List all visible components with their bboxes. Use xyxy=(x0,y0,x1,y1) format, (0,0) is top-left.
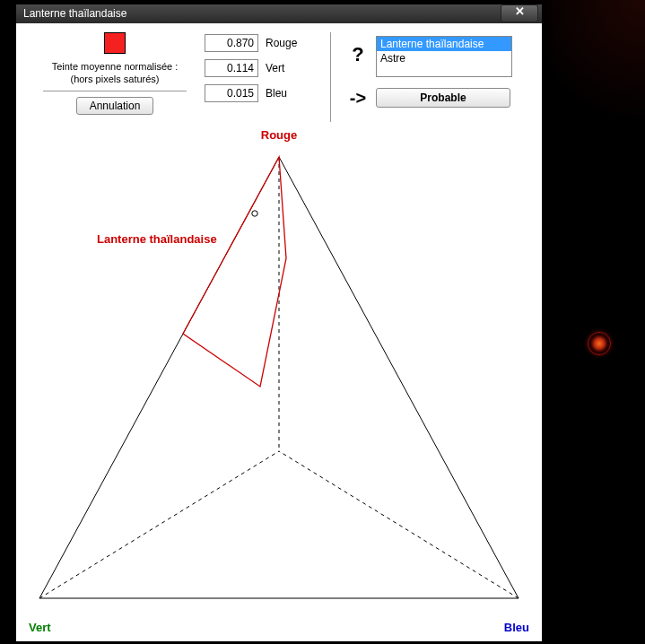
rgb-column: Rouge Vert Bleu xyxy=(205,32,321,125)
swatch-column: Teinte moyenne normalisée : (hors pixels… xyxy=(25,32,205,125)
classification-row: ? Lanterne thaïlandaise Astre xyxy=(340,36,533,77)
region-polygon xyxy=(183,157,286,387)
r-label: Rouge xyxy=(266,37,297,49)
median-left xyxy=(39,451,279,598)
median-right xyxy=(279,451,519,598)
axis-label-rouge: Rouge xyxy=(261,128,297,142)
list-item[interactable]: Astre xyxy=(377,51,511,65)
hypothesis-listbox[interactable]: Lanterne thaïlandaise Astre xyxy=(376,36,512,77)
ternary-svg xyxy=(23,132,535,634)
swatch-label-line1: Teinte moyenne normalisée : xyxy=(25,60,205,73)
color-analysis-dialog: Lanterne thaïlandaise ✕ Teinte moyenne n… xyxy=(15,4,543,642)
arrow-icon: -> xyxy=(340,88,376,109)
g-label: Vert xyxy=(266,62,284,74)
titlebar: Lanterne thaïlandaise ✕ xyxy=(16,4,542,23)
region-label: Lanterne thaïlandaise xyxy=(97,232,217,246)
axis-label-bleu: Bleu xyxy=(504,621,529,634)
top-panel: Teinte moyenne normalisée : (hors pixels… xyxy=(16,23,542,125)
classification-column: ? Lanterne thaïlandaise Astre -> Probabl… xyxy=(340,32,533,125)
r-value-input[interactable] xyxy=(205,34,258,52)
ternary-chart: Rouge Vert Bleu Lanterne thaïlandaise xyxy=(16,125,542,641)
window-title: Lanterne thaïlandaise xyxy=(20,7,501,20)
list-item[interactable]: Lanterne thaïlandaise xyxy=(377,37,511,51)
color-swatch xyxy=(104,32,126,54)
rgb-row-r: Rouge xyxy=(205,34,321,52)
rgb-row-g: Vert xyxy=(205,59,321,77)
observed-object-marker xyxy=(588,332,611,355)
action-row: -> Probable xyxy=(340,88,533,109)
b-value-input[interactable] xyxy=(205,84,258,102)
divider xyxy=(43,91,187,91)
data-point xyxy=(252,211,257,216)
rgb-row-b: Bleu xyxy=(205,84,321,102)
cancel-button[interactable]: Annulation xyxy=(76,97,154,115)
axis-label-vert: Vert xyxy=(29,621,51,634)
question-mark-icon: ? xyxy=(340,36,376,66)
close-button[interactable]: ✕ xyxy=(501,4,538,22)
b-label: Bleu xyxy=(266,87,287,100)
g-value-input[interactable] xyxy=(205,59,258,77)
probable-button[interactable]: Probable xyxy=(376,88,510,108)
swatch-label-line2: (hors pixels saturés) xyxy=(25,73,205,85)
vertical-separator xyxy=(330,32,331,122)
